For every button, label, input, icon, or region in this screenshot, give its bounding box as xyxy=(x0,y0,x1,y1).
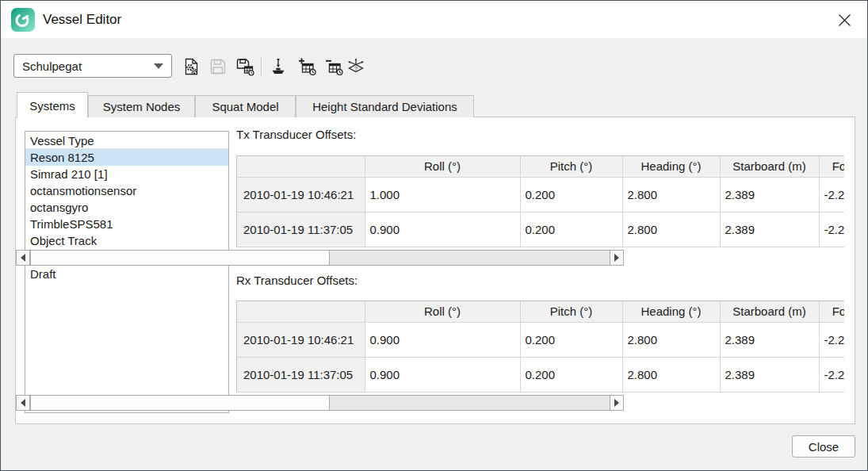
column-header-forward[interactable]: Forward (m) xyxy=(819,301,844,322)
tab-height-standard-deviations[interactable]: Height Standard Deviations xyxy=(296,95,474,117)
systems-list-header: Vessel Type xyxy=(25,132,228,149)
tab-bar: Systems System Nodes Squat Model Height … xyxy=(1,92,867,117)
list-item-octansgyro[interactable]: octansgyro xyxy=(25,199,228,216)
systems-list[interactable]: Vessel Type Reson 8125 Simrad 210 [1] oc… xyxy=(25,131,229,413)
window-title: Vessel Editor xyxy=(43,12,121,28)
tx-horizontal-scrollbar[interactable] xyxy=(16,250,624,266)
column-header-forward[interactable]: Forward (m) xyxy=(819,156,844,177)
offset-cell[interactable]: 2.800 xyxy=(622,322,720,357)
column-header-heading[interactable]: Heading (°) xyxy=(622,156,720,177)
title-bar: Vessel Editor xyxy=(1,1,867,38)
offset-cell[interactable]: 2.800 xyxy=(622,357,720,392)
offset-cell[interactable]: 0.900 xyxy=(365,212,520,247)
vessel-editor-window: Vessel Editor Schulpegat xyxy=(0,0,868,471)
list-item-object-track[interactable]: Object Track xyxy=(25,232,228,249)
toolbar-separator xyxy=(261,57,262,76)
offset-cell[interactable]: -2.200 xyxy=(819,212,844,247)
remove-timestamp-entry-button[interactable] xyxy=(322,55,346,78)
offset-cell[interactable]: 2.389 xyxy=(720,212,819,247)
svg-text:?: ? xyxy=(354,66,358,71)
chevron-down-icon xyxy=(154,63,163,69)
offset-cell[interactable]: -2.200 xyxy=(819,322,844,357)
offset-cell[interactable]: 0.200 xyxy=(520,357,622,392)
save-as-timestamp-button[interactable] xyxy=(233,55,257,78)
corner-header-cell xyxy=(237,156,365,177)
scroll-left-arrow-icon[interactable] xyxy=(17,251,30,265)
table-row: 2010-01-19 10:46:21 1.000 0.200 2.800 2.… xyxy=(237,177,844,212)
app-icon xyxy=(11,8,35,32)
systems-tab-panel: Vessel Type Reson 8125 Simrad 210 [1] oc… xyxy=(15,117,855,424)
offset-cell[interactable]: 0.200 xyxy=(520,322,622,357)
axes-question-icon: ? xyxy=(346,57,366,76)
row-header-timestamp[interactable]: 2010-01-19 11:37:05 xyxy=(237,212,365,247)
offset-cell[interactable]: 2.800 xyxy=(622,177,720,212)
list-item-trimblesps581[interactable]: TrimbleSPS581 xyxy=(25,216,228,232)
offset-cell[interactable]: 2.800 xyxy=(622,212,720,247)
list-item-draft[interactable]: Draft xyxy=(25,266,228,282)
tab-system-nodes[interactable]: System Nodes xyxy=(88,95,195,117)
table-row: 2010-01-19 10:46:21 0.900 0.200 2.800 2.… xyxy=(237,322,844,357)
close-button[interactable]: Close xyxy=(792,435,855,458)
offset-cell[interactable]: -2.200 xyxy=(819,357,844,392)
add-timestamp-entry-button[interactable] xyxy=(295,55,319,78)
offset-cell[interactable]: 1.000 xyxy=(365,177,520,212)
list-item-simrad-210[interactable]: Simrad 210 [1] xyxy=(25,166,228,182)
scroll-left-arrow-icon[interactable] xyxy=(17,396,30,410)
save-button xyxy=(206,55,230,78)
save-disk-table-clock-icon xyxy=(235,57,254,76)
row-header-timestamp[interactable]: 2010-01-19 10:46:21 xyxy=(237,322,365,357)
offset-cell[interactable]: 2.389 xyxy=(720,322,819,357)
dialog-body: Schulpegat xyxy=(1,38,867,470)
column-header-pitch[interactable]: Pitch (°) xyxy=(520,156,622,177)
offset-cell[interactable]: 0.900 xyxy=(365,322,520,357)
table-plus-clock-icon xyxy=(297,57,317,76)
scroll-right-arrow-icon[interactable] xyxy=(610,251,623,265)
scroll-right-arrow-icon[interactable] xyxy=(610,396,623,410)
vessel-node-button[interactable] xyxy=(266,55,290,78)
column-header-starboard[interactable]: Starboard (m) xyxy=(720,301,819,322)
row-header-timestamp[interactable]: 2010-01-19 11:37:05 xyxy=(237,357,365,392)
save-disk-icon xyxy=(208,57,228,76)
list-item-reson-8125[interactable]: Reson 8125 xyxy=(25,149,228,166)
offset-cell[interactable]: -2.200 xyxy=(819,177,844,212)
vessel-combobox-value: Schulpegat xyxy=(22,59,82,73)
rx-horizontal-scrollbar[interactable] xyxy=(16,395,624,411)
vessel-combobox[interactable]: Schulpegat xyxy=(13,54,172,78)
table-row: 2010-01-19 11:37:05 0.900 0.200 2.800 2.… xyxy=(237,212,844,247)
offset-cell[interactable]: 0.200 xyxy=(520,177,622,212)
tx-offsets-table: Roll (°) Pitch (°) Heading (°) Starboard… xyxy=(236,155,844,247)
table-minus-clock-icon xyxy=(324,57,344,76)
tab-systems[interactable]: Systems xyxy=(17,92,88,118)
corner-header-cell xyxy=(237,301,365,322)
column-header-pitch[interactable]: Pitch (°) xyxy=(520,301,622,322)
database-properties-button[interactable] xyxy=(179,55,203,78)
offset-cell[interactable]: 2.389 xyxy=(720,357,819,392)
offset-cell[interactable]: 0.200 xyxy=(520,212,622,247)
list-item-octansmotionsensor[interactable]: octansmotionsensor xyxy=(25,182,228,199)
offset-cell[interactable]: 0.900 xyxy=(365,357,520,392)
tab-squat-model[interactable]: Squat Model xyxy=(195,95,296,117)
column-header-roll[interactable]: Roll (°) xyxy=(365,301,520,322)
column-header-heading[interactable]: Heading (°) xyxy=(622,301,720,322)
window-close-icon[interactable] xyxy=(834,10,855,30)
column-header-roll[interactable]: Roll (°) xyxy=(365,156,520,177)
table-row: 2010-01-19 11:37:05 0.900 0.200 2.800 2.… xyxy=(237,357,844,392)
row-header-timestamp[interactable]: 2010-01-19 10:46:21 xyxy=(237,177,365,212)
tx-scrollbar-thumb[interactable] xyxy=(30,251,330,265)
rx-scrollbar-thumb[interactable] xyxy=(30,396,330,410)
tx-offsets-label: Tx Transducer Offsets: xyxy=(236,128,356,141)
rx-offsets-table: Roll (°) Pitch (°) Heading (°) Starboard… xyxy=(236,301,844,392)
rx-offsets-label: Rx Transducer Offsets: xyxy=(236,274,358,287)
column-header-starboard[interactable]: Starboard (m) xyxy=(720,156,819,177)
plumb-vessel-icon xyxy=(269,57,288,76)
document-gears-icon xyxy=(182,57,201,76)
axes-orientation-button[interactable]: ? xyxy=(344,55,368,78)
offset-cell[interactable]: 2.389 xyxy=(720,177,819,212)
